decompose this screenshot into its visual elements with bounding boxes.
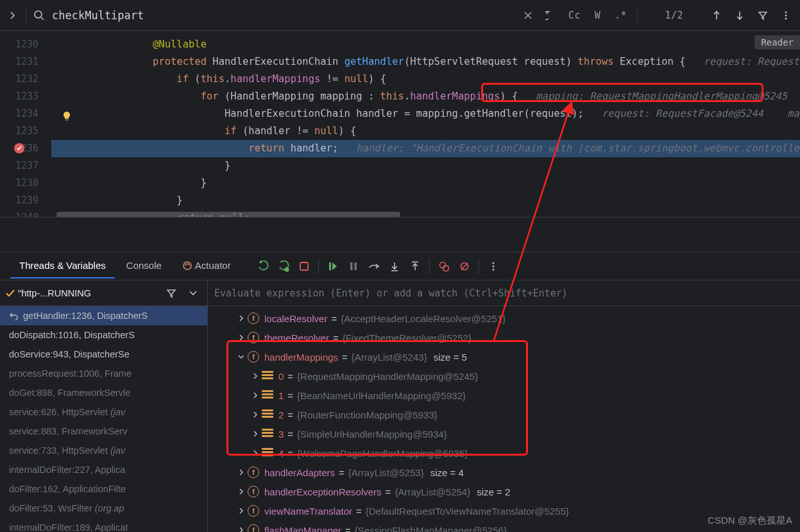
stack-frame[interactable]: internalDoFilter:227, Applica [0,460,207,479]
regex-button[interactable]: .* [611,6,629,24]
editor-debug-splitter[interactable] [0,217,800,252]
svg-rect-8 [329,262,331,270]
expand-chevron-icon[interactable] [249,411,262,418]
breakpoint-icon[interactable] [14,143,24,153]
svg-rect-7 [300,262,308,270]
svg-point-2 [785,14,787,16]
pause-icon[interactable] [345,257,362,275]
match-case-button[interactable]: Cc [565,6,583,24]
stack-frame[interactable]: processRequest:1006, Frame [0,364,207,383]
variable-row[interactable]: fhandlerExceptionResolvers={ArrayList@52… [208,482,800,501]
expand-chevron-icon[interactable] [235,315,248,322]
code-line[interactable]: if (handler != null) { [51,123,800,140]
chevron-right-icon[interactable] [5,8,21,23]
expand-chevron-icon[interactable] [249,392,262,399]
code-line[interactable]: } [51,175,800,192]
code-line[interactable]: if (this.handlerMappings != null) { [51,71,800,88]
svg-rect-10 [354,262,357,270]
evaluate-input[interactable]: Evaluate expression (Enter) or add a wat… [208,280,800,306]
variable-row[interactable]: 1={BeanNameUrlHandlerMapping@5932} [208,386,800,405]
filter-icon[interactable] [754,6,772,24]
expand-chevron-icon[interactable] [235,354,248,360]
resume-icon[interactable] [324,257,342,275]
svg-point-6 [284,267,289,271]
variable-row[interactable]: 4={WelcomePageHandlerMapping@5935} [208,443,800,463]
stack-frame[interactable]: service:733, HttpServlet (jav [0,441,207,460]
tab-actuator[interactable]: Actuator [173,253,240,279]
variable-row[interactable]: fthemeResolver={FixedThemeResolver@5252} [208,328,800,347]
next-match-icon[interactable] [731,6,749,24]
element-icon [262,390,273,400]
words-button[interactable]: W [588,6,606,24]
view-breakpoints-icon[interactable] [435,257,453,275]
debug-more-icon[interactable] [484,257,502,275]
code-line[interactable]: HandlerExecutionChain handler = mapping.… [51,105,800,123]
step-over-icon[interactable] [365,257,383,275]
variable-row[interactable]: fhandlerAdapters={ArrayList@5253}size = … [208,463,800,482]
expand-chevron-icon[interactable] [235,469,248,476]
variable-row[interactable]: 0={RequestMappingHandlerMapping@5245} [208,366,800,386]
chevron-down-icon[interactable] [184,284,202,302]
tab-console[interactable]: Console [117,253,171,279]
expand-chevron-icon[interactable] [235,334,248,341]
stack-frame[interactable]: doDispatch:1016, DispatcherS [0,325,207,345]
stack-frame[interactable]: doGet:898, FrameworkServle [0,383,207,402]
rerun-icon[interactable] [254,257,272,275]
expand-chevron-icon[interactable] [235,527,248,532]
mute-breakpoints-icon[interactable] [455,257,473,275]
stack-frame[interactable]: getHandler:1236, DispatcherS [0,306,207,325]
check-icon [5,288,15,298]
frames-pane: "http-...RUNNING getHandler:1236, Dispat… [0,280,208,532]
tab-threads-variables[interactable]: Threads & Variables [10,253,115,279]
field-icon: f [248,505,259,517]
more-icon[interactable] [777,6,795,24]
variable-row[interactable]: fhandlerMappings={ArrayList@5243}size = … [208,347,800,366]
watermark: CSDN @灰色孤星A [708,515,792,527]
reset-frame-icon[interactable] [9,311,19,320]
element-icon [262,448,273,458]
element-icon [262,371,273,381]
variables-pane: Evaluate expression (Enter) or add a wat… [208,280,800,532]
code-editor[interactable]: 1230123112321233123412351236123712381239… [0,31,800,217]
stop-icon[interactable] [295,257,313,275]
code-line[interactable]: @Nullable [51,36,800,53]
variables-tree[interactable]: flocaleResolver={AcceptHeaderLocaleResol… [208,306,800,532]
call-stack[interactable]: getHandler:1236, DispatcherSdoDispatch:1… [0,306,207,532]
stack-frame[interactable]: service:883, FrameworkServ [0,422,207,441]
step-out-icon[interactable] [406,257,424,275]
code-line[interactable]: return handler; handler: "HandlerExecuti… [51,140,800,157]
code-area[interactable]: @Nullable protected HandlerExecutionChai… [51,31,800,217]
expand-chevron-icon[interactable] [249,450,262,456]
step-into-icon[interactable] [386,257,404,275]
rerun-failed-icon[interactable] [275,257,293,275]
variable-row[interactable]: flocaleResolver={AcceptHeaderLocaleResol… [208,309,800,328]
close-icon[interactable] [519,6,537,24]
code-line[interactable]: } [51,157,800,175]
frames-filter-icon[interactable] [162,284,180,302]
svg-point-0 [35,11,42,18]
stack-frame[interactable]: doService:943, DispatcherSe [0,345,207,364]
expand-chevron-icon[interactable] [249,431,262,437]
prev-match-icon[interactable] [708,6,726,24]
code-line[interactable]: protected HandlerExecutionChain getHandl… [51,53,800,71]
stack-frame[interactable]: internalDoFilter:189, Applicat [0,518,207,532]
variable-row[interactable]: 3={SimpleUrlHandlerMapping@5934} [208,424,800,443]
svg-rect-12 [412,261,418,262]
stack-frame[interactable]: doFilter:162, ApplicationFilte [0,479,207,499]
svg-point-18 [492,268,494,270]
stack-frame[interactable]: doFilter:53, WsFilter (org.ap [0,499,207,518]
debug-panel: Threads & Variables Console Actuator [0,252,800,532]
code-line[interactable]: for (HandlerMapping mapping : this.handl… [51,88,800,105]
search-icon[interactable] [31,8,47,23]
expand-chevron-icon[interactable] [249,373,262,379]
thread-selector[interactable]: "http-...RUNNING [5,288,158,298]
expand-chevron-icon[interactable] [235,488,248,495]
svg-rect-9 [350,262,353,270]
stack-frame[interactable]: service:626, HttpServlet (jav [0,402,207,422]
variable-row[interactable]: 2={RouterFunctionMapping@5933} [208,405,800,424]
code-line[interactable]: } [51,192,800,209]
recent-icon[interactable] [542,6,560,24]
expand-chevron-icon[interactable] [235,508,248,514]
search-input[interactable]: checkMultipart [52,9,411,22]
intention-bulb-icon[interactable] [61,110,74,123]
